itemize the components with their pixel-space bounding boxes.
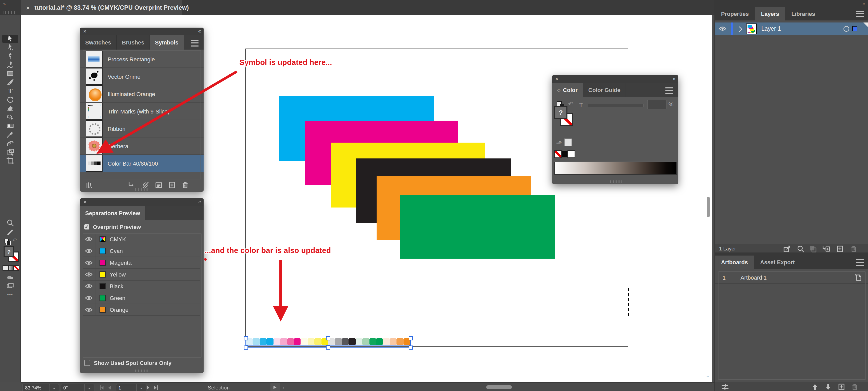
layer-row[interactable]: Layer 1 bbox=[715, 23, 868, 35]
status-expand-button[interactable]: ▶ bbox=[271, 383, 280, 391]
plate-row-cmyk[interactable]: CMYK bbox=[83, 233, 200, 245]
collect-for-export-icon[interactable] bbox=[783, 245, 791, 253]
layers-panel-menu-icon[interactable] bbox=[856, 11, 864, 18]
close-panel-icon[interactable]: × bbox=[555, 76, 559, 82]
zoom-level-field[interactable]: 83.74% bbox=[23, 384, 51, 391]
overprint-preview-row[interactable]: ✓ Overprint Preview bbox=[84, 224, 141, 230]
eye-icon[interactable] bbox=[85, 247, 93, 255]
panel-resize-grip[interactable] bbox=[135, 369, 149, 372]
tab-asset-export[interactable]: Asset Export bbox=[754, 256, 801, 269]
fill-swatch-unknown[interactable]: ? bbox=[4, 246, 14, 257]
panel-menu-icon[interactable] bbox=[665, 87, 673, 94]
dock-collapse-icon[interactable]: ›› bbox=[862, 1, 864, 6]
status-collapse-icon[interactable]: ‹ bbox=[283, 384, 284, 390]
shaper-tool[interactable] bbox=[2, 113, 19, 121]
artboards-panel-menu-icon[interactable] bbox=[856, 259, 864, 266]
zoom-tool[interactable] bbox=[2, 219, 19, 227]
selection-handle[interactable] bbox=[244, 336, 248, 340]
black-swatch[interactable] bbox=[561, 151, 568, 158]
tab-libraries[interactable]: Libraries bbox=[785, 7, 821, 21]
document-tab[interactable]: × tutorial.ai* @ 83.74 % (CMYK/CPU Overp… bbox=[21, 0, 182, 15]
artboard-page-icon[interactable] bbox=[854, 274, 862, 282]
green-rectangle[interactable] bbox=[400, 195, 555, 259]
rotation-dropdown[interactable]: ⌄ bbox=[84, 384, 94, 391]
panel-resize-grip[interactable] bbox=[135, 188, 149, 191]
tab-layers[interactable]: Layers bbox=[755, 7, 785, 21]
artboard-number-field[interactable]: 1 bbox=[116, 384, 138, 391]
tab-color-guide[interactable]: Color Guide bbox=[583, 83, 626, 97]
drawing-mode-button[interactable] bbox=[2, 274, 19, 282]
fill-swatch-unknown[interactable]: ? bbox=[554, 106, 567, 119]
tab-brushes[interactable]: Brushes bbox=[117, 35, 150, 50]
selection-handle[interactable] bbox=[409, 345, 413, 350]
delete-layer-icon[interactable] bbox=[849, 245, 858, 253]
eyedropper-tool[interactable] bbox=[2, 130, 19, 139]
separations-panel-header[interactable]: × ‹‹ bbox=[80, 198, 204, 206]
delete-artboard-icon[interactable] bbox=[851, 383, 859, 391]
white-swatch[interactable] bbox=[567, 150, 575, 158]
collapse-panel-icon[interactable]: ‹‹ bbox=[673, 76, 675, 81]
toolbar-collapse-corner[interactable]: ›› bbox=[3, 2, 5, 7]
eye-icon[interactable] bbox=[85, 259, 93, 267]
color-mode-button[interactable] bbox=[3, 265, 8, 271]
plate-row-orange[interactable]: Orange bbox=[83, 304, 200, 316]
plate-row-yellow[interactable]: Yellow bbox=[83, 269, 200, 281]
previous-artboard-icon[interactable] bbox=[106, 384, 113, 390]
next-artboard-icon[interactable] bbox=[145, 384, 152, 390]
move-down-icon[interactable] bbox=[824, 383, 832, 391]
revert-colors-icon[interactable]: ↷ bbox=[568, 100, 574, 108]
scrollbar-down-icon[interactable]: ⌄ bbox=[706, 373, 710, 378]
grayscale-ramp[interactable] bbox=[554, 162, 677, 175]
horizontal-scrollbar[interactable] bbox=[486, 385, 512, 389]
screen-mode-button[interactable] bbox=[2, 282, 19, 290]
swap-fill-stroke-icon[interactable] bbox=[4, 239, 11, 245]
make-clipping-mask-icon[interactable] bbox=[809, 245, 817, 253]
eye-icon[interactable] bbox=[85, 235, 93, 243]
symbol-row[interactable]: Color Bar 40/80/100 bbox=[80, 155, 204, 172]
layer-target-circle[interactable] bbox=[843, 26, 849, 31]
plate-row-green[interactable]: Green bbox=[83, 292, 200, 304]
collapse-panel-icon[interactable]: ‹‹ bbox=[198, 28, 200, 34]
artboard-row[interactable]: 1Artboard 1 bbox=[715, 272, 868, 284]
panel-resize-grip[interactable] bbox=[609, 180, 622, 183]
pen-tool[interactable] bbox=[2, 52, 19, 60]
tint-value-field[interactable] bbox=[647, 100, 666, 109]
last-color-swatch[interactable] bbox=[564, 139, 572, 146]
place-symbol-instance-icon[interactable] bbox=[127, 181, 135, 189]
new-symbol-icon[interactable] bbox=[168, 181, 176, 189]
locate-object-icon[interactable] bbox=[797, 245, 805, 253]
direct-selection-tool[interactable] bbox=[2, 44, 19, 52]
selection-tool[interactable] bbox=[2, 35, 19, 43]
tab-color[interactable]: ◇Color bbox=[552, 83, 583, 97]
paintbrush-tool[interactable] bbox=[2, 78, 19, 86]
tab-properties[interactable]: Properties bbox=[715, 7, 755, 21]
symbol-row[interactable]: Gerbera bbox=[80, 138, 204, 155]
symbol-libraries-icon[interactable] bbox=[85, 181, 93, 189]
tab-artboards[interactable]: Artboards bbox=[715, 256, 754, 269]
rotation-field[interactable]: 0° bbox=[61, 384, 86, 391]
gradient-mode-button[interactable] bbox=[8, 265, 14, 271]
selection-handle[interactable] bbox=[326, 336, 330, 340]
spot-colors-row[interactable]: Show Used Spot Colors Only bbox=[84, 360, 172, 366]
close-panel-icon[interactable]: × bbox=[83, 199, 87, 205]
gradient-tool[interactable] bbox=[2, 122, 19, 130]
shape-builder-tool[interactable] bbox=[2, 148, 19, 156]
selection-handle[interactable] bbox=[409, 336, 413, 340]
move-up-icon[interactable] bbox=[811, 383, 819, 391]
first-artboard-icon[interactable] bbox=[98, 384, 105, 390]
last-artboard-icon[interactable] bbox=[153, 384, 159, 390]
eye-icon[interactable] bbox=[85, 294, 93, 302]
layer-selection-square[interactable] bbox=[852, 26, 857, 31]
rotate-tool[interactable] bbox=[2, 95, 19, 104]
eye-icon[interactable] bbox=[85, 270, 93, 279]
symbols-panel-header[interactable]: × ‹‹ bbox=[80, 28, 204, 35]
collapse-panel-icon[interactable]: ‹‹ bbox=[198, 199, 200, 204]
measure-tool[interactable] bbox=[2, 228, 19, 236]
spot-colors-checkbox[interactable] bbox=[84, 360, 90, 366]
plate-row-cyan[interactable]: Cyan bbox=[83, 245, 200, 257]
selection-handle[interactable] bbox=[326, 345, 330, 350]
tint-slider[interactable] bbox=[588, 104, 644, 107]
chevron-right-icon[interactable] bbox=[736, 25, 743, 32]
rectangle-tool[interactable] bbox=[2, 69, 19, 78]
tab-separations-preview[interactable]: Separations Preview bbox=[80, 206, 146, 220]
